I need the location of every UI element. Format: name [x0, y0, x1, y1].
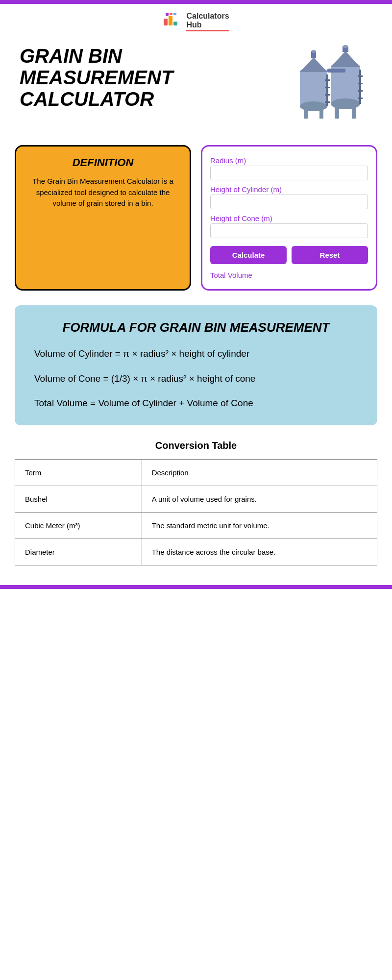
formula-title: FORMULA FOR GRAIN BIN MEASUREMENT	[34, 320, 358, 335]
calculator-box: Radius (m) Height of Cylinder (m) Height…	[201, 145, 377, 291]
logo-hub: Hub	[186, 21, 229, 29]
svg-rect-5	[173, 13, 176, 15]
svg-rect-15	[325, 79, 330, 81]
term-bushel: Bushel	[15, 486, 142, 512]
conversion-section: Conversion Table Term Description Bushel…	[0, 430, 392, 585]
logo-icon	[163, 12, 182, 31]
calculate-button[interactable]: Calculate	[210, 246, 287, 264]
table-row: Diameter The distance across the circula…	[15, 539, 377, 565]
formula-cone: Volume of Cone = (1/3) × π × radius² × h…	[34, 372, 358, 386]
cone-height-label: Height of Cone (m)	[210, 214, 368, 222]
table-header-row: Term Description	[15, 459, 377, 486]
total-volume-label: Total Volume	[210, 271, 368, 279]
conversion-title: Conversion Table	[15, 440, 377, 451]
radius-label: Radius (m)	[210, 156, 368, 165]
header: Calculators Hub	[0, 4, 392, 35]
formula-cylinder: Volume of Cylinder = π × radius² × heigh…	[34, 347, 358, 361]
svg-rect-30	[358, 90, 363, 92]
hero-section: GRAIN BIN MEASUREMENT CALCULATOR	[0, 35, 392, 140]
bottom-border	[0, 585, 392, 589]
formula-total: Total Volume = Volume of Cylinder + Volu…	[34, 396, 358, 411]
svg-rect-31	[358, 98, 363, 99]
svg-point-11	[311, 50, 316, 53]
svg-marker-22	[331, 51, 360, 67]
svg-rect-18	[325, 101, 330, 103]
desc-cubic-meter: The standard metric unit for volume.	[142, 512, 377, 539]
definition-box: DEFINITION The Grain Bin Measurement Cal…	[15, 145, 191, 291]
svg-rect-26	[352, 104, 356, 119]
logo-calculators: Calculators	[186, 12, 229, 21]
logo-underline	[186, 30, 229, 31]
svg-rect-25	[335, 104, 339, 119]
cylinder-height-input[interactable]	[210, 195, 368, 209]
cylinder-height-label: Height of Cylinder (m)	[210, 185, 368, 194]
svg-rect-28	[358, 75, 363, 77]
term-diameter: Diameter	[15, 539, 142, 565]
radius-input[interactable]	[210, 166, 368, 180]
svg-rect-0	[164, 19, 168, 25]
table-row: Cubic Meter (m³) The standard metric uni…	[15, 512, 377, 539]
header-term: Term	[15, 459, 142, 486]
logo-container: Calculators Hub	[163, 12, 229, 31]
cone-height-input[interactable]	[210, 223, 368, 238]
svg-rect-32	[327, 69, 345, 73]
svg-rect-13	[319, 106, 323, 119]
table-row: Bushel A unit of volume used for grains.	[15, 486, 377, 512]
cone-height-field-group: Height of Cone (m)	[210, 214, 368, 238]
formula-section: FORMULA FOR GRAIN BIN MEASUREMENT Volume…	[15, 305, 377, 425]
svg-rect-17	[325, 94, 330, 96]
svg-rect-12	[304, 106, 308, 119]
main-row: DEFINITION The Grain Bin Measurement Cal…	[0, 140, 392, 300]
cylinder-height-field-group: Height of Cylinder (m)	[210, 185, 368, 209]
svg-rect-1	[169, 16, 172, 25]
svg-marker-9	[300, 57, 327, 72]
term-cubic-meter: Cubic Meter (m³)	[15, 512, 142, 539]
grain-bin-image	[284, 45, 372, 135]
svg-rect-16	[325, 87, 330, 88]
desc-diameter: The distance across the circular base.	[142, 539, 377, 565]
top-border	[0, 0, 392, 4]
svg-rect-7	[300, 72, 327, 106]
svg-point-24	[343, 45, 348, 48]
desc-bushel: A unit of volume used for grains.	[142, 486, 377, 512]
svg-rect-20	[331, 67, 360, 104]
conversion-table: Term Description Bushel A unit of volume…	[15, 459, 377, 565]
definition-text: The Grain Bin Measurement Calculator is …	[24, 176, 182, 209]
reset-button[interactable]: Reset	[292, 246, 368, 264]
svg-rect-2	[173, 22, 177, 25]
definition-title: DEFINITION	[73, 156, 134, 169]
svg-rect-29	[358, 83, 363, 84]
logo-text: Calculators Hub	[186, 12, 229, 31]
svg-rect-3	[166, 13, 169, 16]
calc-buttons-row: Calculate Reset	[210, 246, 368, 264]
page-title: GRAIN BIN MEASUREMENT CALCULATOR	[20, 45, 274, 110]
header-description: Description	[142, 459, 377, 486]
svg-rect-4	[170, 13, 172, 15]
radius-field-group: Radius (m)	[210, 156, 368, 180]
